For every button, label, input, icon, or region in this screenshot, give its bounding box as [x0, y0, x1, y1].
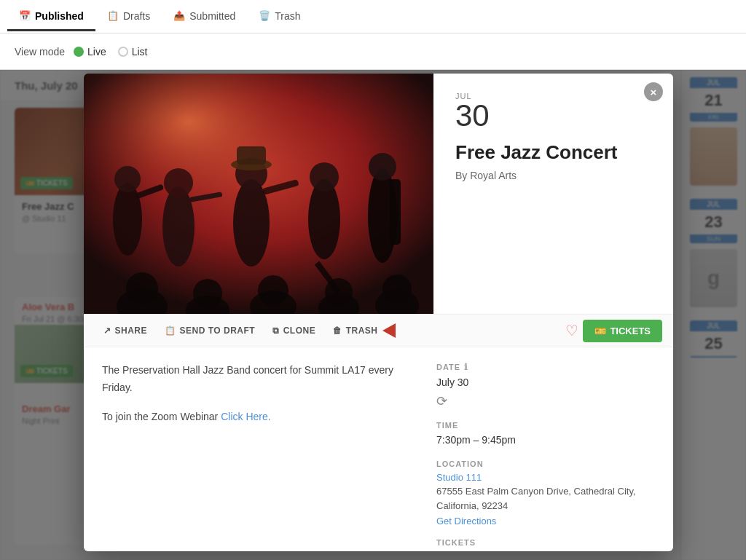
- description-paragraph-2: To join the Zoom Webinar Click Here.: [102, 409, 415, 426]
- svg-point-6: [164, 168, 193, 197]
- time-section: TIME 7:30pm – 9:45pm: [436, 421, 655, 448]
- svg-point-14: [310, 162, 339, 192]
- view-mode-radio-group: Live List: [74, 46, 147, 58]
- recur-icon: ⟳: [436, 393, 655, 409]
- svg-point-3: [114, 166, 141, 192]
- trash-icon: 🗑️: [259, 10, 270, 21]
- drafts-icon: 📋: [107, 10, 119, 21]
- location-label-text: LOCATION: [436, 460, 484, 468]
- location-name: Studio 111: [436, 471, 655, 483]
- live-radio-circle: [74, 47, 84, 57]
- send-to-draft-button[interactable]: 📋 SEND TO DRAFT: [156, 321, 264, 340]
- tickets-detail-label-text: TICKETS: [436, 538, 476, 547]
- svg-point-27: [382, 275, 412, 304]
- zoom-link[interactable]: Click Here.: [221, 411, 270, 422]
- tab-published[interactable]: 📅 Published: [7, 3, 95, 31]
- share-button[interactable]: ↗ SHARE: [95, 321, 156, 340]
- date-label-text: DATE: [436, 363, 460, 371]
- send-to-draft-label: SEND TO DRAFT: [180, 326, 256, 336]
- tickets-detail-label: TICKETS: [436, 538, 655, 547]
- info-icon: ℹ: [464, 362, 468, 372]
- time-label-text: TIME: [436, 421, 458, 430]
- get-directions-link[interactable]: Get Directions: [436, 516, 655, 527]
- live-radio-label: Live: [87, 46, 106, 58]
- modal-body: The Preservation Hall Jazz Band concert …: [84, 347, 673, 551]
- draft-icon: 📋: [165, 326, 176, 336]
- arrow-indicator: [382, 323, 396, 338]
- list-radio-label: List: [132, 46, 148, 58]
- view-mode-label: View mode: [15, 46, 65, 58]
- view-mode-bar: View mode Live List: [0, 33, 746, 70]
- description-text-2: To join the Zoom Webinar: [102, 411, 221, 422]
- location-section: LOCATION Studio 111 67555 East Palm Cany…: [436, 460, 655, 527]
- modal-event-info: × JUL 30 Free Jazz Concert By Royal Arts: [433, 74, 673, 314]
- date-label: DATE ℹ: [436, 362, 655, 372]
- trash-action-icon: 🗑: [333, 326, 342, 336]
- tab-drafts-label: Drafts: [123, 10, 150, 22]
- list-radio-circle: [118, 47, 128, 57]
- svg-rect-17: [390, 179, 401, 245]
- tickets-button[interactable]: 🎫 TICKETS: [583, 320, 662, 342]
- time-label: TIME: [436, 421, 655, 430]
- tabs-bar: 📅 Published 📋 Drafts 📤 Submitted 🗑️ Tras…: [0, 0, 746, 33]
- modal-event-image: [84, 74, 433, 314]
- share-label: SHARE: [115, 326, 148, 336]
- view-mode-live[interactable]: Live: [74, 46, 106, 58]
- time-value: 7:30pm – 9:45pm: [436, 433, 655, 448]
- concert-svg: [84, 74, 433, 314]
- date-section: DATE ℹ July 30 ⟳: [436, 362, 655, 409]
- clone-label: CLONE: [283, 326, 316, 336]
- svg-point-5: [162, 186, 195, 267]
- modal-action-bar: ↗ SHARE 📋 SEND TO DRAFT ⧉ CLONE 🗑 TRASH …: [84, 314, 673, 347]
- tab-submitted[interactable]: 📤 Submitted: [162, 3, 247, 31]
- tab-submitted-label: Submitted: [189, 10, 235, 22]
- modal-close-button[interactable]: ×: [644, 82, 663, 101]
- svg-point-16: [369, 153, 396, 181]
- tab-trash-label: Trash: [275, 10, 300, 22]
- clone-button[interactable]: ⧉ CLONE: [264, 321, 324, 340]
- location-label: LOCATION: [436, 460, 655, 468]
- description-paragraph-1: The Preservation Hall Jazz Band concert …: [102, 362, 415, 397]
- submitted-icon: 📤: [173, 10, 185, 21]
- tickets-detail-value: RSVP: [436, 550, 655, 551]
- event-date-day: 30: [455, 100, 651, 131]
- svg-point-21: [193, 279, 222, 308]
- svg-point-19: [126, 272, 158, 304]
- published-icon: 📅: [19, 10, 31, 21]
- modal-top: × JUL 30 Free Jazz Concert By Royal Arts: [84, 74, 673, 314]
- trash-button[interactable]: 🗑 TRASH: [324, 321, 386, 340]
- view-mode-list[interactable]: List: [118, 46, 148, 58]
- clone-icon: ⧉: [272, 326, 280, 336]
- location-address: 67555 East Palm Canyon Drive, Cathedral …: [436, 484, 655, 513]
- svg-rect-12: [237, 146, 266, 165]
- favorite-button[interactable]: ♡: [561, 318, 583, 344]
- date-value: July 30: [436, 375, 655, 390]
- tab-published-label: Published: [35, 10, 84, 22]
- main-content: Thu, July 20 Organizers English (US) 🎫 T…: [0, 70, 746, 560]
- trash-label: TRASH: [346, 326, 378, 336]
- event-organizer: By Royal Arts: [455, 170, 651, 181]
- tab-drafts[interactable]: 📋 Drafts: [95, 3, 162, 31]
- share-icon: ↗: [103, 326, 111, 336]
- tickets-icon: 🎫: [594, 326, 606, 336]
- svg-point-23: [258, 275, 288, 306]
- tab-trash[interactable]: 🗑️ Trash: [247, 3, 312, 31]
- event-modal: × JUL 30 Free Jazz Concert By Royal Arts…: [84, 74, 673, 551]
- location-link[interactable]: Studio 111: [436, 472, 482, 483]
- modal-details: DATE ℹ July 30 ⟳ TIME 7:30pm – 9:45pm LO…: [436, 362, 655, 537]
- tickets-section: TICKETS RSVP: [436, 538, 655, 551]
- event-title: Free Jazz Concert: [455, 141, 651, 164]
- modal-description: The Preservation Hall Jazz Band concert …: [102, 362, 415, 537]
- tickets-label: TICKETS: [610, 326, 651, 336]
